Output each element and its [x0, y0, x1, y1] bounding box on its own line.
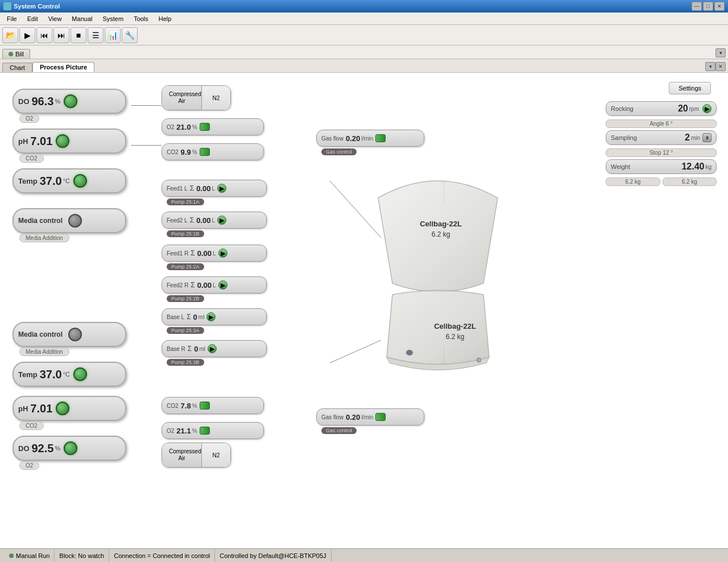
- baser-button[interactable]: ▶: [208, 344, 217, 353]
- ph-bottom-value: 7.01: [30, 402, 52, 415]
- sub-tab-menu-button[interactable]: ▾: [705, 62, 715, 71]
- compressed-air-button-bottom[interactable]: CompressedAir: [162, 443, 202, 467]
- tab-chart[interactable]: Chart: [2, 63, 32, 72]
- o2-top-value: 21.0: [176, 123, 191, 131]
- n2-button-bottom[interactable]: N2: [202, 443, 230, 467]
- basel-label: Base L: [167, 314, 184, 320]
- settings-button[interactable]: Settings: [669, 82, 711, 94]
- feed2l-unit: L: [212, 217, 215, 224]
- media-bottom-instrument[interactable]: Media control Media Addition: [13, 322, 126, 347]
- sub-tab-row: Chart Process Picture ▾ ✕: [0, 59, 728, 73]
- baser-widget[interactable]: Base R Σ 0 ml ▶ Pump 25:3B: [162, 340, 267, 357]
- co2-bottom-widget[interactable]: CO2 7.8 %: [162, 397, 264, 414]
- do-top-instrument[interactable]: DO 96.3 % O2: [13, 89, 126, 114]
- temp-bottom-indicator: [73, 367, 87, 381]
- window-controls[interactable]: — □ ✕: [692, 2, 725, 11]
- basel-button[interactable]: ▶: [206, 312, 216, 321]
- do-bottom-sub: O2: [19, 461, 39, 470]
- menu-system[interactable]: System: [98, 14, 128, 23]
- menu-tools[interactable]: Tools: [129, 14, 153, 23]
- status-controlled: Controlled by Default@HCE-BTKP05J: [215, 549, 331, 562]
- feed1r-widget[interactable]: Feed1 R Σ 0.00 L ▶ Pump 25:2A: [162, 245, 267, 262]
- ph-top-value: 7.01: [30, 135, 52, 148]
- o2-top-widget[interactable]: O2 21.0 %: [162, 118, 264, 135]
- co2-bottom-unit: %: [192, 403, 197, 409]
- do-top-indicator: [64, 94, 77, 108]
- feed2r-label: Feed2 R: [167, 282, 188, 288]
- basel-widget[interactable]: Base L Σ 0 ml ▶ Pump 25:3A: [162, 308, 267, 325]
- status-bar: Manual Run Block: No watch Connection = …: [0, 548, 728, 562]
- feed2r-button[interactable]: ▶: [218, 280, 228, 290]
- do-bottom-instrument[interactable]: DO 92.5 % O2: [13, 436, 126, 461]
- status-block-label: Block:: [59, 552, 76, 559]
- menu-edit[interactable]: Edit: [23, 14, 43, 23]
- chart-button[interactable]: 📊: [105, 27, 121, 43]
- feed2r-value: 0.00: [197, 281, 212, 290]
- ph-bottom-instrument[interactable]: pH 7.01 CO2: [13, 396, 126, 421]
- main-content: Settings DO 96.3 % O2 pH 7.01 CO2 Temp 3…: [0, 73, 728, 548]
- feed2r-sigma: Σ: [191, 281, 195, 289]
- gasflow-top-widget[interactable]: Gas flow 0.20 l/min Gas control: [316, 130, 424, 147]
- temp-bottom-instrument[interactable]: Temp 37.0 °C: [13, 362, 126, 387]
- stop-button[interactable]: ■: [71, 27, 86, 43]
- feed2r-sub: Pump 25:2B: [167, 295, 204, 302]
- svg-line-0: [330, 181, 381, 238]
- n2-button-top[interactable]: N2: [202, 86, 230, 110]
- back-button[interactable]: ⏮: [36, 27, 52, 43]
- menu-file[interactable]: File: [2, 14, 22, 23]
- feed2r-widget[interactable]: Feed2 R Σ 0.00 L ▶ Pump 25:2B: [162, 276, 267, 294]
- open-button[interactable]: 📂: [2, 27, 18, 43]
- rocking-btn[interactable]: ▶: [702, 104, 712, 113]
- ph-top-sub: CO2: [19, 154, 44, 163]
- co2-top-widget[interactable]: CO2 9.9 %: [162, 143, 264, 160]
- sampling-pause-btn[interactable]: ⏸: [702, 133, 712, 142]
- close-button[interactable]: ✕: [714, 2, 725, 11]
- basel-sub: Pump 25:3A: [167, 327, 204, 334]
- co2-top-unit: %: [192, 149, 197, 155]
- menu-manual[interactable]: Manual: [67, 14, 97, 23]
- svg-line-1: [330, 340, 381, 363]
- weight-cell-2: 6.2 kg: [663, 177, 717, 186]
- media-top-sub: Media Addition: [19, 234, 69, 242]
- menu-help[interactable]: Help: [154, 14, 176, 23]
- sub-tab-close-button[interactable]: ✕: [715, 62, 726, 71]
- feed1l-sigma: Σ: [190, 184, 194, 192]
- temp-bottom-label: Temp: [18, 370, 38, 379]
- gasflow-bottom-sub: Gas control: [321, 427, 357, 434]
- forward-button[interactable]: ⏭: [53, 27, 69, 43]
- tab-process-picture[interactable]: Process Picture: [32, 62, 94, 72]
- media-top-label: Media control: [18, 217, 63, 225]
- baser-sigma: Σ: [188, 345, 192, 353]
- feed2l-button[interactable]: ▶: [217, 216, 226, 225]
- temp-top-instrument[interactable]: Temp 37.0 °C: [13, 168, 126, 193]
- media-bottom-indicator: [68, 328, 82, 341]
- compressed-air-button-top[interactable]: CompressedAir: [162, 86, 202, 110]
- feed1l-button[interactable]: ▶: [217, 184, 226, 193]
- do-bottom-unit: %: [55, 445, 60, 452]
- play-button[interactable]: ▶: [19, 27, 35, 43]
- o2-bottom-label: O2: [167, 428, 174, 434]
- basel-value: 0: [193, 313, 197, 321]
- feed1r-button[interactable]: ▶: [218, 249, 228, 258]
- weight-widget[interactable]: Weight 12.40 kg: [606, 159, 717, 174]
- menu-view[interactable]: View: [44, 14, 67, 23]
- user-tab-bill[interactable]: Bill: [2, 49, 30, 59]
- feed1l-widget[interactable]: Feed1 L Σ 0.00 L ▶ Pump 25:1A: [162, 180, 267, 197]
- media-top-instrument[interactable]: Media control Media Addition: [13, 208, 126, 233]
- feed2l-widget[interactable]: Feed2 L Σ 0.00 L ▶ Pump 25:1B: [162, 212, 267, 229]
- do-top-sub: O2: [19, 114, 39, 123]
- baser-sub: Pump 25:3B: [167, 359, 204, 366]
- ph-top-instrument[interactable]: pH 7.01 CO2: [13, 129, 126, 154]
- settings-tool-button[interactable]: 🔧: [122, 27, 138, 43]
- co2-bottom-label: CO2: [167, 403, 179, 409]
- minimize-button[interactable]: —: [692, 2, 702, 11]
- rocking-widget[interactable]: Rocking 20 rpm ▶: [606, 101, 717, 116]
- sampling-widget[interactable]: Sampling 2 min ⏸: [606, 130, 717, 145]
- list-button[interactable]: ☰: [88, 27, 104, 43]
- tab-dropdown-button[interactable]: ▾: [715, 48, 726, 57]
- gas-selector-top[interactable]: CompressedAir N2: [162, 85, 231, 110]
- right-panel: Rocking 20 rpm ▶ Angle 6 ° Sampling 2 mi…: [606, 101, 717, 187]
- maximize-button[interactable]: □: [703, 2, 713, 11]
- gas-selector-bottom[interactable]: CompressedAir N2: [162, 443, 231, 468]
- o2-bottom-widget[interactable]: O2 21.1 %: [162, 422, 264, 439]
